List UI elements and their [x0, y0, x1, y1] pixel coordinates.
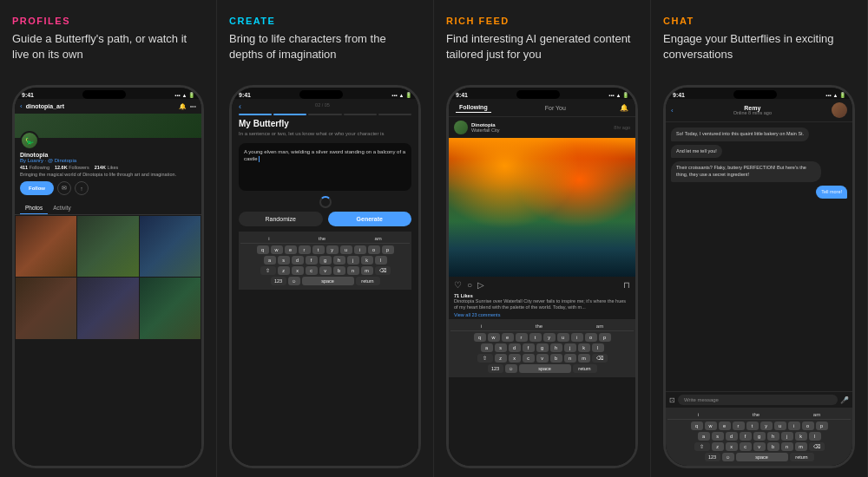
suggest-1[interactable]: i	[268, 236, 269, 241]
ckey-o[interactable]: o	[802, 421, 814, 430]
fkey-k[interactable]: k	[578, 343, 590, 352]
key-j[interactable]: j	[347, 256, 359, 265]
ckey-v[interactable]: v	[753, 442, 766, 451]
ckey-d[interactable]: d	[726, 432, 738, 441]
fkey-i[interactable]: i	[571, 333, 583, 342]
feed-suggest-3[interactable]: am	[596, 323, 603, 329]
chat-back-icon[interactable]: ‹	[671, 107, 674, 114]
tab-for-you[interactable]: For You	[542, 103, 569, 113]
key-m[interactable]: m	[361, 266, 373, 275]
ckey-r[interactable]: r	[733, 421, 745, 430]
create-textarea[interactable]: A young elven man, wielding a silver swo…	[239, 143, 411, 191]
photo-1[interactable]	[16, 216, 76, 277]
fkey-l[interactable]: l	[592, 343, 604, 352]
key-a[interactable]: a	[264, 256, 276, 265]
photo-2[interactable]	[77, 216, 138, 277]
bookmark-icon[interactable]: ⊓	[623, 280, 630, 290]
comment-icon[interactable]: ○	[467, 280, 472, 290]
ckey-l[interactable]: l	[809, 432, 821, 441]
key-g[interactable]: g	[319, 256, 332, 265]
key-l[interactable]: l	[375, 256, 387, 265]
key-v[interactable]: v	[319, 266, 332, 275]
tab-following[interactable]: Following	[456, 102, 491, 113]
tab-activity[interactable]: Activity	[48, 202, 76, 214]
feed-view-comments[interactable]: View all 23 comments	[449, 310, 635, 319]
key-d[interactable]: d	[292, 256, 304, 265]
fkey-b[interactable]: b	[550, 354, 562, 363]
ckey-e[interactable]: e	[719, 421, 731, 430]
message-icon[interactable]: ✉	[57, 181, 71, 195]
fkey-w[interactable]: w	[488, 333, 500, 342]
photo-5[interactable]	[77, 278, 138, 338]
ckey-m[interactable]: m	[795, 442, 807, 451]
key-t[interactable]: t	[312, 245, 325, 254]
fkey-c[interactable]: c	[523, 354, 535, 363]
key-b[interactable]: b	[333, 266, 345, 275]
ckey-y[interactable]: y	[760, 421, 773, 430]
generate-button[interactable]: Generate	[328, 212, 412, 226]
fkey-t[interactable]: t	[529, 333, 542, 342]
key-123[interactable]: 123	[271, 277, 286, 285]
ckey-u[interactable]: u	[774, 421, 786, 430]
fkey-o[interactable]: o	[585, 333, 597, 342]
suggest-2[interactable]: the	[319, 236, 326, 241]
ckey-emoji[interactable]: ☺	[722, 453, 734, 461]
ckey-return[interactable]: return	[790, 453, 814, 461]
share-icon[interactable]: ↑	[75, 181, 89, 195]
ckey-shift[interactable]: ⇧	[694, 442, 710, 451]
photo-3[interactable]	[140, 216, 201, 277]
key-f[interactable]: f	[306, 256, 318, 265]
fkey-z[interactable]: z	[495, 354, 507, 363]
ckey-i[interactable]: i	[788, 421, 800, 430]
follow-button[interactable]: Follow	[20, 181, 54, 195]
key-delete[interactable]: ⌫	[375, 266, 391, 275]
fkey-e[interactable]: e	[502, 333, 514, 342]
key-p[interactable]: p	[382, 245, 394, 254]
ckey-c[interactable]: c	[740, 442, 752, 451]
ckey-delete[interactable]: ⌫	[809, 442, 825, 451]
fkey-g[interactable]: g	[536, 343, 549, 352]
fkey-space[interactable]: space	[519, 364, 571, 373]
fkey-d[interactable]: d	[509, 343, 521, 352]
back-chevron-icon[interactable]: ‹	[20, 102, 23, 110]
fkey-v[interactable]: v	[536, 354, 549, 363]
fkey-y[interactable]: y	[543, 333, 556, 342]
chat-input[interactable]: Write message	[678, 395, 838, 405]
fkey-123[interactable]: 123	[488, 364, 503, 373]
key-k[interactable]: k	[361, 256, 373, 265]
ckey-x[interactable]: x	[726, 442, 738, 451]
key-u[interactable]: u	[340, 245, 352, 254]
key-return[interactable]: return	[356, 277, 380, 285]
fkey-h[interactable]: h	[550, 343, 562, 352]
ckey-k[interactable]: k	[795, 432, 807, 441]
ckey-t[interactable]: t	[746, 421, 759, 430]
photo-6[interactable]	[140, 278, 201, 338]
key-c[interactable]: c	[306, 266, 318, 275]
photo-4[interactable]	[16, 278, 76, 338]
ckey-b[interactable]: b	[767, 442, 779, 451]
ckey-p[interactable]: p	[816, 421, 828, 430]
ckey-j[interactable]: j	[781, 432, 793, 441]
key-z[interactable]: z	[278, 266, 290, 275]
key-shift[interactable]: ⇧	[260, 266, 276, 275]
ckey-q[interactable]: q	[691, 421, 703, 430]
key-s[interactable]: s	[278, 256, 290, 265]
mic-icon[interactable]: 🎤	[840, 396, 849, 404]
like-icon[interactable]: ♡	[454, 280, 462, 290]
key-x[interactable]: x	[292, 266, 304, 275]
ckey-h[interactable]: h	[767, 432, 779, 441]
camera-icon[interactable]: ⊡	[669, 396, 675, 404]
ckey-123[interactable]: 123	[705, 453, 720, 461]
back-icon[interactable]: ‹	[239, 102, 241, 111]
fkey-emoji[interactable]: ☺	[505, 364, 517, 373]
key-o[interactable]: o	[368, 245, 380, 254]
share-icon[interactable]: ▷	[477, 280, 484, 290]
chat-suggest-2[interactable]: the	[753, 412, 760, 417]
key-h[interactable]: h	[333, 256, 345, 265]
fkey-s[interactable]: s	[495, 343, 507, 352]
fkey-n[interactable]: n	[564, 354, 576, 363]
randomize-button[interactable]: Randomize	[239, 212, 323, 226]
fkey-q[interactable]: q	[474, 333, 486, 342]
fkey-j[interactable]: j	[564, 343, 576, 352]
ckey-n[interactable]: n	[781, 442, 793, 451]
